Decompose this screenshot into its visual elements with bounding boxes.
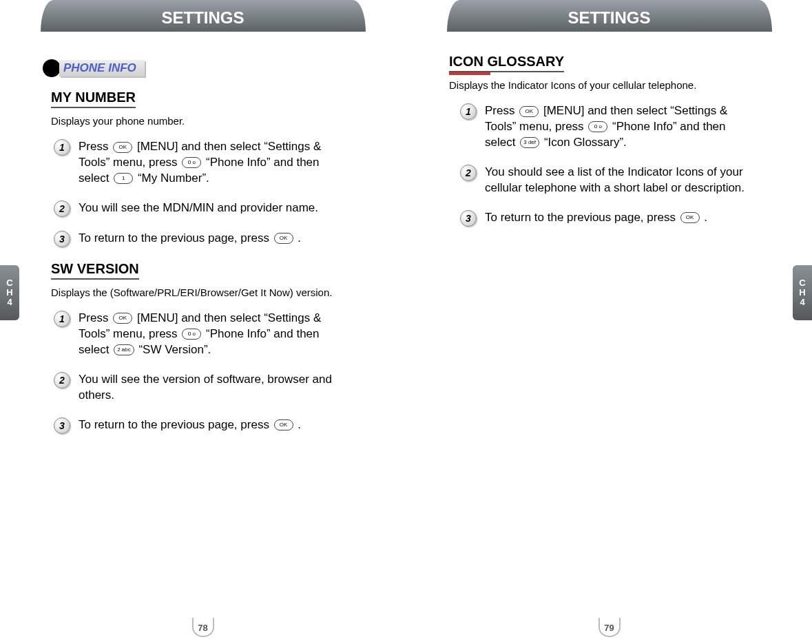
ok-key-icon: OK [113,313,132,324]
page-right: SETTINGS C H 4 ICON GLOSSARY Displays th… [406,0,812,644]
text: Press [485,104,518,117]
ok-key-icon: OK [274,419,293,430]
text: To return to the previous page, press [485,211,679,224]
key-0-icon: 0 o [182,157,201,168]
icon-glossary-step-3: 3 To return to the previous page, press … [460,210,769,227]
text: You should see a list of the Indicator I… [485,165,753,196]
sw-version-step-1: 1 Press OK [MENU] and then select “Setti… [54,311,363,358]
step-badge-3: 3 [54,417,70,434]
chapter-tab-c: C [6,278,12,288]
text: “SW Version”. [138,343,211,356]
chapter-tab: C H 4 [0,265,19,320]
sw-version-step-3: 3 To return to the previous page, press … [54,417,363,434]
page-header: SETTINGS [447,0,772,32]
step-badge-2: 2 [460,165,477,181]
key-0-icon: 0 o [182,329,201,340]
ok-key-icon: OK [274,233,293,244]
text: “My Number”. [138,172,209,185]
my-number-title: MY NUMBER [51,90,136,108]
ok-key-icon: OK [680,212,700,223]
chapter-tab: C H 4 [793,265,812,320]
key-3-icon: 3 def [520,137,539,148]
sw-version-step-2: 2 You will see the version of software, … [54,372,363,404]
phone-info-label: PHONE INFO [43,59,363,77]
my-number-deck: Displays your phone number. [51,115,363,127]
text: You will see the MDN/MIN and provider na… [79,200,318,216]
step-badge-2: 2 [54,372,70,388]
sw-version-title: SW VERSION [51,261,139,280]
bullet-icon [43,59,61,77]
chapter-tab-4: 4 [7,298,12,307]
step-badge-1: 1 [460,103,477,120]
sw-version-deck: Displays the (Software/PRL/ERI/Browser/G… [51,287,363,298]
text: To return to the previous page, press [79,418,273,431]
page-header: SETTINGS [41,0,366,32]
text: . [298,231,301,245]
ok-key-icon: OK [519,106,539,117]
text: . [298,418,301,431]
my-number-step-1: 1 Press OK [MENU] and then select “Setti… [54,139,363,187]
text: To return to the previous page, press [79,231,273,245]
text: . [704,211,707,224]
key-1-icon: 1 [114,173,133,184]
page-left: SETTINGS C H 4 PHONE INFO MY NUMBER Disp… [0,0,406,644]
text: You will see the version of software, br… [79,372,347,404]
chapter-tab-c: C [799,278,805,288]
page-number: 79 [598,618,621,637]
step-badge-2: 2 [54,200,70,217]
key-0-icon: 0 o [588,121,607,132]
text: Press [79,140,112,153]
page-number: 78 [192,618,214,637]
step-badge-1: 1 [54,311,70,327]
phone-info-text: PHONE INFO [59,60,145,76]
icon-glossary-deck: Displays the Indicator Icons of your cel… [449,79,769,91]
text: “Icon Glossary”. [544,136,627,149]
text: Press [79,311,112,324]
my-number-step-2: 2 You will see the MDN/MIN and provider … [54,200,363,217]
step-badge-3: 3 [460,210,477,227]
step-badge-3: 3 [54,231,70,247]
step-badge-1: 1 [54,139,70,156]
chapter-tab-4: 4 [800,298,804,307]
chapter-tab-h: H [799,288,805,298]
ok-key-icon: OK [113,142,132,153]
icon-glossary-step-1: 1 Press OK [MENU] and then select “Setti… [460,103,769,151]
chapter-tab-h: H [6,288,12,298]
my-number-step-3: 3 To return to the previous page, press … [54,231,363,247]
icon-glossary-title: ICON GLOSSARY [449,54,564,72]
key-2-icon: 2 abc [114,344,134,355]
icon-glossary-step-2: 2 You should see a list of the Indicator… [460,165,769,196]
